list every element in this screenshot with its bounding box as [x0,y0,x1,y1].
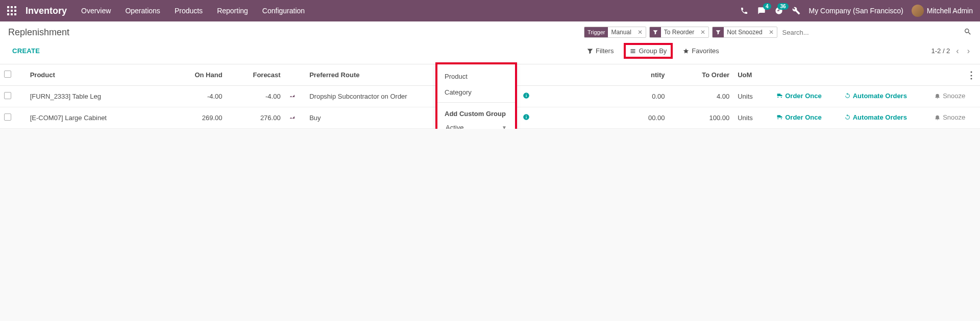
kebab-icon[interactable]: ⋮ [967,72,976,78]
search-area: Trigger Manual ✕ To Reorder ✕ Not Snooze… [584,27,972,38]
cell-uom[interactable]: Units [733,107,772,129]
user-name: Mitchell Admin [927,7,973,15]
cell-route[interactable]: Dropship Subcontractor on Order [305,86,448,107]
cell-forecast[interactable]: 276.00 [227,107,285,129]
tag-value: Not Snoozed [724,27,765,37]
phone-icon[interactable] [740,6,749,15]
add-custom-group-label: Add Custom Group [437,105,515,120]
cell-product[interactable]: [E-COM07] Large Cabinet [26,107,168,129]
svg-rect-5 [14,10,16,12]
svg-rect-11 [526,94,527,95]
messages-badge: 4 [763,3,771,10]
snooze-button[interactable]: Snooze [934,92,965,100]
close-icon[interactable]: ✕ [634,29,646,36]
apps-icon[interactable] [7,6,16,15]
close-icon[interactable]: ✕ [697,29,708,36]
activities-icon[interactable]: 36 [774,6,783,15]
funnel-icon [650,27,661,37]
activities-badge: 36 [777,3,788,10]
debug-icon[interactable] [792,6,801,15]
col-uom[interactable]: UoM [733,64,772,86]
filters-button[interactable]: Filters [584,45,617,57]
custom-group-select[interactable]: Active ▼ [445,122,508,129]
row-checkbox[interactable] [4,113,11,121]
nav-reporting[interactable]: Reporting [217,7,248,15]
cell-product[interactable]: [FURN_2333] Table Leg [26,86,168,107]
group-by-category[interactable]: Category [437,84,515,100]
search-tag-to-reorder: To Reorder ✕ [649,27,709,38]
group-by-dropdown: Product Category Add Custom Group Active… [435,62,517,129]
svg-rect-1 [11,6,13,8]
custom-group-value: Active [446,124,463,129]
cell-on-hand[interactable]: -4.00 [168,86,227,107]
forecast-chart-icon[interactable] [289,113,297,122]
tag-value: Manual [608,27,634,37]
col-to-order[interactable]: To Order [669,64,733,86]
pager-next[interactable]: › [965,47,972,56]
svg-rect-2 [14,6,16,8]
vendor-info-icon[interactable] [523,92,531,101]
tag-label: Trigger [584,27,608,37]
col-on-hand[interactable]: On Hand [168,64,227,86]
col-forecast[interactable]: Forecast [227,64,285,86]
list-icon [630,48,636,54]
nav-configuration[interactable]: Configuration [262,7,305,15]
cell-uom[interactable]: Units [733,86,772,107]
cell-forecast[interactable]: -4.00 [227,86,285,107]
order-once-button[interactable]: Order Once [776,92,822,100]
cell-to-order[interactable]: 100.00 [669,107,733,129]
search-icon[interactable] [964,28,972,37]
svg-rect-13 [526,117,527,119]
page-title: Replenishment [8,27,69,38]
svg-rect-4 [11,10,13,12]
funnel-icon [713,27,724,37]
automate-orders-button[interactable]: Automate Orders [844,92,907,100]
star-icon [683,48,689,54]
create-button[interactable]: CREATE [8,45,44,57]
nav-products[interactable]: Products [175,7,203,15]
close-icon[interactable]: ✕ [766,29,777,36]
row-checkbox[interactable] [4,92,11,99]
svg-rect-14 [526,116,527,116]
order-once-button[interactable]: Order Once [776,113,822,121]
snooze-button[interactable]: Snooze [934,113,965,121]
search-tag-not-snoozed: Not Snoozed ✕ [712,27,777,38]
col-route[interactable]: Preferred Route [305,64,448,86]
chevron-down-icon: ▼ [502,125,507,129]
favorites-button[interactable]: Favorites [680,45,722,57]
nav-operations[interactable]: Operations [125,7,160,15]
cell-to-order[interactable]: 4.00 [669,86,733,107]
avatar [912,5,924,17]
cell-max-qty[interactable]: 00.00 [540,107,669,129]
svg-rect-6 [7,13,9,15]
nav-overview[interactable]: Overview [81,7,111,15]
vendor-info-icon[interactable] [523,113,531,122]
cell-on-hand[interactable]: 269.00 [168,107,227,129]
col-max-qty[interactable]: ntity [540,64,669,86]
search-input[interactable] [780,28,961,37]
svg-rect-8 [14,13,16,15]
messages-icon[interactable]: 4 [757,6,766,15]
svg-rect-10 [526,95,527,97]
user-menu[interactable]: Mitchell Admin [912,5,973,17]
table-wrap: Product On Hand Forecast Preferred Route… [0,64,980,129]
pager-value[interactable]: 1-2 / 2 [931,47,950,55]
col-product[interactable]: Product [26,64,168,86]
forecast-chart-icon[interactable] [289,92,297,101]
svg-rect-3 [7,10,9,12]
group-by-button[interactable]: Group By [624,43,673,59]
app-name[interactable]: Inventory [26,6,67,16]
select-all-checkbox[interactable] [4,71,11,78]
tag-value: To Reorder [661,27,697,37]
cell-max-qty[interactable]: 0.00 [540,86,669,107]
cell-route[interactable]: Buy [305,107,448,129]
pager-prev[interactable]: ‹ [954,47,961,56]
company-selector[interactable]: My Company (San Francisco) [809,7,903,15]
filters-label: Filters [596,47,614,55]
group-by-product[interactable]: Product [437,68,515,84]
search-tag-trigger: Trigger Manual ✕ [584,27,646,38]
pager: 1-2 / 2 ‹ › [931,47,972,56]
automate-orders-button[interactable]: Automate Orders [844,113,907,121]
top-navbar: Inventory Overview Operations Products R… [0,0,980,21]
favorites-label: Favorites [692,47,719,55]
